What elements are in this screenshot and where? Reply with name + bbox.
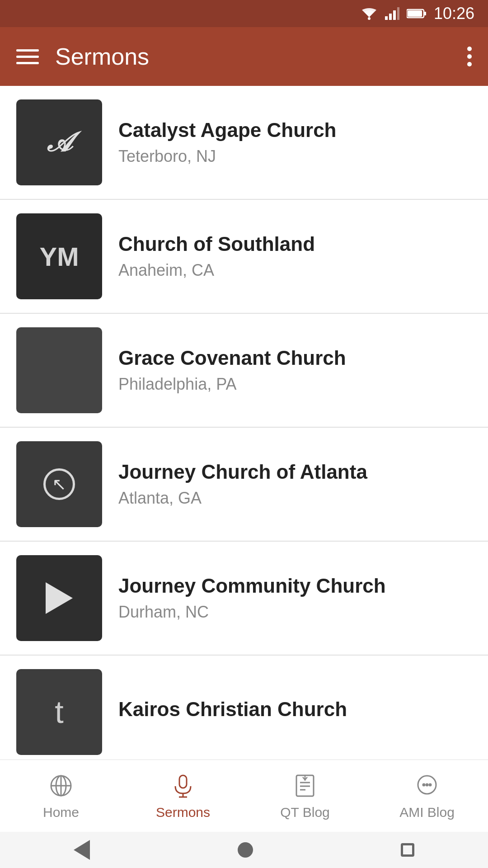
church-thumbnail: ↖ [16, 441, 102, 527]
svg-rect-2 [389, 14, 392, 20]
svg-point-23 [429, 783, 432, 786]
status-time: 10:26 [434, 4, 474, 23]
system-navigation-bar [0, 832, 488, 868]
church-info: Grace Covenant Church Philadelphia, PA [118, 347, 472, 394]
nav-item-ami-blog[interactable]: AMI Blog [366, 772, 488, 820]
nav-label-home: Home [43, 805, 79, 820]
church-info: Church of Southland Anaheim, CA [118, 233, 472, 280]
church-list-item[interactable]: 𝒜 Catalyst Agape Church Teterboro, NJ [0, 86, 488, 200]
church-name: Catalyst Agape Church [118, 119, 472, 142]
church-list-item[interactable]: ↖ Journey Church of Atlanta Atlanta, GA [0, 428, 488, 542]
chat-icon [413, 772, 441, 799]
church-name: Journey Church of Atlanta [118, 461, 472, 483]
svg-rect-7 [424, 12, 426, 15]
church-name: Church of Southland [118, 233, 472, 255]
svg-rect-12 [179, 775, 187, 788]
more-options-button[interactable] [467, 47, 472, 66]
status-bar: 10:26 [0, 0, 488, 27]
church-info: Journey Church of Atlanta Atlanta, GA [118, 461, 472, 508]
nav-label-sermons: Sermons [156, 805, 210, 820]
church-location: Teterboro, NJ [118, 147, 472, 166]
church-info: Kairos Christian Church [118, 698, 472, 726]
church-info: Catalyst Agape Church Teterboro, NJ [118, 119, 472, 166]
hamburger-menu-button[interactable] [16, 49, 39, 64]
church-thumbnail [16, 555, 102, 641]
church-location: Anaheim, CA [118, 261, 472, 280]
church-thumbnail [16, 327, 102, 413]
nav-item-sermons[interactable]: Sermons [122, 772, 244, 820]
nav-item-qt-blog[interactable]: QT Blog [244, 772, 366, 820]
church-name: Grace Covenant Church [118, 347, 472, 369]
church-name: Journey Community Church [118, 575, 472, 597]
church-list-container: 𝒜 Catalyst Agape Church Teterboro, NJ YM… [0, 86, 488, 760]
svg-rect-1 [385, 16, 388, 20]
status-icons: 10:26 [361, 4, 474, 23]
wifi-icon [361, 7, 378, 20]
mic-icon [169, 772, 197, 799]
church-list-item[interactable]: Journey Community Church Durham, NC [0, 542, 488, 656]
church-thumbnail: t [16, 669, 102, 755]
church-list-item[interactable]: Grace Covenant Church Philadelphia, PA [0, 314, 488, 428]
church-location: Durham, NC [118, 603, 472, 622]
church-location: Philadelphia, PA [118, 375, 472, 394]
battery-icon [407, 9, 427, 19]
app-bar: Sermons [0, 27, 488, 86]
svg-rect-4 [397, 7, 399, 20]
church-info: Journey Community Church Durham, NC [118, 575, 472, 622]
svg-point-22 [426, 783, 429, 786]
church-list-item[interactable]: t Kairos Christian Church [0, 656, 488, 760]
bottom-navigation: Home Sermons QT Blog [0, 760, 488, 832]
recents-button[interactable] [401, 843, 414, 857]
nav-label-qt-blog: QT Blog [280, 805, 330, 820]
church-thumbnail: YM [16, 213, 102, 299]
book-icon [291, 772, 319, 799]
svg-rect-6 [408, 10, 422, 17]
home-button[interactable] [238, 842, 253, 858]
church-location: Atlanta, GA [118, 489, 472, 508]
svg-rect-3 [393, 10, 396, 20]
nav-label-ami-blog: AMI Blog [399, 805, 455, 820]
svg-point-21 [422, 783, 426, 786]
church-list-item[interactable]: YM Church of Southland Anaheim, CA [0, 200, 488, 314]
signal-icon [385, 7, 399, 20]
church-name: Kairos Christian Church [118, 698, 472, 721]
back-button[interactable] [74, 840, 90, 860]
nav-item-home[interactable]: Home [0, 772, 122, 820]
app-bar-title: Sermons [55, 43, 467, 70]
globe-icon [47, 772, 75, 799]
svg-point-0 [368, 17, 371, 20]
church-thumbnail: 𝒜 [16, 99, 102, 185]
